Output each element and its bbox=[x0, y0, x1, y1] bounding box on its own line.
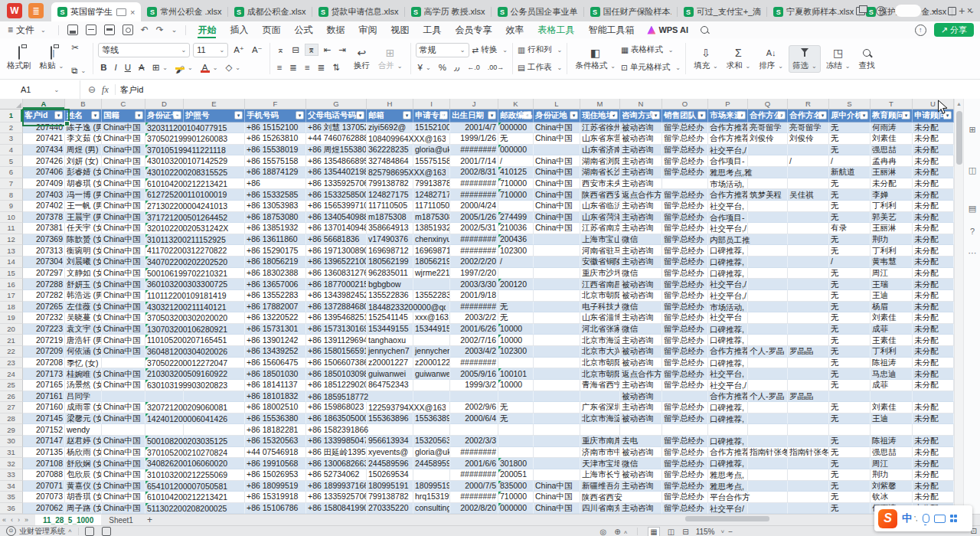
increase-font-button[interactable]: A⁺ bbox=[231, 44, 247, 55]
cell[interactable]: 未分配 bbox=[913, 223, 954, 234]
cell[interactable]: 207108 bbox=[23, 458, 65, 469]
align-top-icon[interactable]: ⌅ bbox=[275, 44, 287, 55]
cell[interactable]: China中国 bbox=[102, 133, 145, 145]
cell[interactable]: ######## bbox=[450, 189, 498, 201]
cell[interactable]: 320721200209060081 bbox=[145, 402, 184, 413]
currency-button[interactable]: ¥⌄ bbox=[416, 63, 433, 72]
cell[interactable]: 610104200212213421 bbox=[145, 178, 184, 190]
cell[interactable]: 未分配 bbox=[913, 368, 954, 380]
column-header-G[interactable]: G bbox=[306, 99, 367, 109]
cell[interactable]: +86 18056219 bbox=[245, 257, 306, 268]
cell[interactable]: China中国 bbox=[102, 223, 145, 234]
cell[interactable]: 207208 bbox=[23, 358, 65, 369]
cell[interactable]: China中国 bbox=[102, 346, 145, 358]
cell[interactable] bbox=[871, 391, 913, 403]
scroll-up-icon[interactable]: ▲ bbox=[955, 101, 963, 106]
column-header-E[interactable]: E bbox=[184, 99, 245, 109]
cell[interactable]: 207288 bbox=[23, 279, 65, 290]
cell[interactable]: 江西省南昌 bbox=[580, 279, 620, 290]
cell[interactable]: 市场活动, bbox=[708, 178, 748, 190]
cell[interactable]: 口碑推荐, bbox=[708, 245, 748, 257]
cell[interactable]: 新航道 bbox=[829, 167, 871, 178]
fx-icon[interactable]: fx bbox=[102, 84, 109, 96]
cell[interactable]: 返点合作方 bbox=[620, 189, 662, 201]
cell[interactable]: 207152 bbox=[23, 424, 65, 436]
cell[interactable]: 主动咨询 bbox=[620, 481, 662, 492]
cell[interactable] bbox=[534, 436, 580, 447]
decrease-decimal-button[interactable]: .00→ bbox=[485, 64, 507, 71]
cell[interactable]: bgbgbow bbox=[367, 279, 413, 290]
header-cell[interactable]: ▾手机号码 bbox=[245, 109, 306, 123]
cell[interactable]: +86 15320563 bbox=[245, 436, 306, 447]
cell[interactable]: wendy bbox=[65, 424, 102, 436]
row-header-33[interactable]: 33 bbox=[0, 469, 23, 481]
search-icon[interactable] bbox=[701, 26, 708, 34]
cell[interactable]: 411702200312270822 bbox=[145, 245, 184, 257]
cell[interactable]: +86 田延岭1395 bbox=[306, 447, 367, 459]
cell[interactable]: China中国 bbox=[534, 481, 580, 492]
cell[interactable]: 留学总经办 bbox=[662, 245, 708, 257]
cell[interactable] bbox=[788, 424, 829, 436]
formula-value[interactable]: 客户id bbox=[120, 84, 144, 96]
cell[interactable]: 刘素佳 bbox=[871, 312, 913, 324]
cell[interactable]: 口碑推荐, bbox=[708, 413, 748, 425]
cell[interactable]: / bbox=[829, 155, 871, 167]
cell[interactable]: 赵君婷 (女 bbox=[65, 436, 102, 447]
cell[interactable]: 留学总经办 bbox=[662, 123, 708, 134]
print-icon[interactable] bbox=[104, 25, 115, 35]
cell[interactable] bbox=[788, 302, 829, 313]
cell[interactable]: +86 1533258500 bbox=[306, 189, 367, 201]
conditional-format-button[interactable]: ◧条件格式⌄ bbox=[572, 46, 619, 72]
cell[interactable]: China中国 bbox=[102, 503, 145, 514]
cell[interactable]: +86 1372884680 bbox=[306, 302, 367, 313]
italic-button[interactable]: I bbox=[112, 63, 119, 72]
cell[interactable]: 主动咨询 bbox=[620, 155, 662, 167]
cell[interactable]: 835000 bbox=[498, 481, 534, 492]
cell[interactable]: 310113200211152925 bbox=[145, 234, 184, 246]
cell[interactable]: 142401200006041426 bbox=[145, 413, 184, 425]
cell[interactable]: 口碑推荐, bbox=[708, 268, 748, 279]
increase-decimal-button[interactable]: ←.0 bbox=[465, 64, 482, 71]
row-header-25[interactable]: 25 bbox=[0, 380, 23, 391]
cell[interactable]: 000000 bbox=[498, 503, 534, 514]
cell[interactable]: 口碑推荐, bbox=[708, 335, 748, 346]
cell[interactable] bbox=[913, 424, 954, 436]
cell[interactable]: China中国 bbox=[102, 447, 145, 459]
cell[interactable]: 留学总经办 bbox=[662, 155, 708, 167]
cell[interactable] bbox=[788, 145, 829, 156]
column-header-I[interactable]: I bbox=[413, 99, 450, 109]
row-header-15[interactable]: 15 bbox=[0, 268, 23, 279]
cell[interactable]: v17490376 bbox=[367, 234, 413, 246]
cell[interactable]: 河南省驻马 bbox=[580, 245, 620, 257]
cell[interactable] bbox=[450, 424, 498, 436]
row-header-31[interactable]: 31 bbox=[0, 447, 23, 459]
cell[interactable]: 刘素佳 bbox=[871, 402, 913, 413]
cell[interactable]: 301800 bbox=[498, 458, 534, 469]
cell[interactable] bbox=[788, 245, 829, 257]
cell[interactable]: tanghaoxu bbox=[367, 335, 413, 346]
cell[interactable]: China中国 bbox=[102, 302, 145, 313]
cell[interactable] bbox=[534, 402, 580, 413]
row-header-14[interactable]: 14 bbox=[0, 257, 23, 268]
cell[interactable]: 王一帆 (男 bbox=[65, 201, 102, 212]
cell[interactable]: 周子路 (女 bbox=[65, 503, 102, 514]
cell[interactable]: 山东省济南 bbox=[580, 145, 620, 156]
cell[interactable]: +86 15332585 bbox=[245, 189, 306, 201]
cell[interactable]: 无 bbox=[498, 312, 534, 324]
cell[interactable]: 杨眉 bbox=[871, 302, 913, 313]
cell[interactable]: 江苏省徐州 bbox=[580, 123, 620, 134]
cell[interactable]: 207297 bbox=[23, 268, 65, 279]
cell[interactable] bbox=[534, 380, 580, 391]
help-icon[interactable]: ? bbox=[964, 227, 980, 236]
cell[interactable] bbox=[788, 358, 829, 369]
cell[interactable]: +86 13053983 bbox=[245, 201, 306, 212]
cell[interactable]: 207147 bbox=[23, 436, 65, 447]
cell[interactable]: 陈歆赟 (女 bbox=[65, 234, 102, 246]
header-cell[interactable]: ▾销售团队 bbox=[662, 109, 708, 123]
cell[interactable]: 市场活动, bbox=[708, 302, 748, 313]
cell[interactable]: 合作项目- bbox=[708, 155, 748, 167]
cell[interactable] bbox=[534, 234, 580, 246]
cell[interactable]: 未分配 bbox=[913, 380, 954, 391]
sort-button[interactable]: A↓排序⌄ bbox=[756, 46, 786, 72]
align-right-icon[interactable]: ≡ bbox=[302, 63, 312, 72]
